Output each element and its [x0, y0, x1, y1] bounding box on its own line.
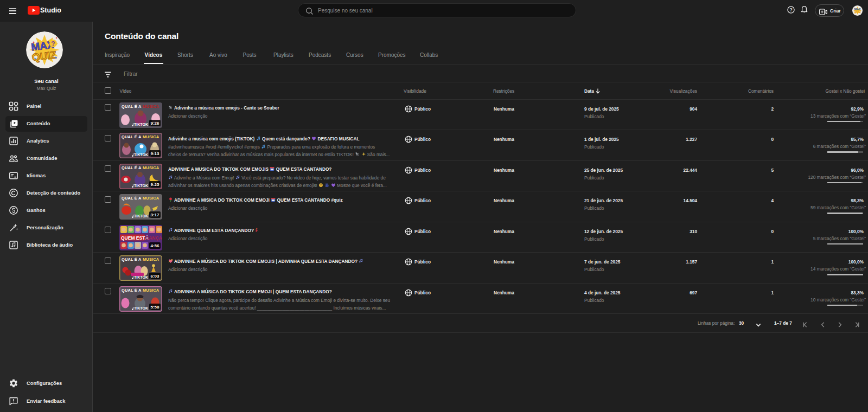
svg-text:4:56: 4:56	[150, 243, 159, 248]
svg-text:9:13: 9:13	[150, 151, 159, 156]
svg-text:MUSICA: MUSICA	[143, 288, 159, 293]
svg-text:QUAL É A: QUAL É A	[122, 257, 142, 262]
svg-text:TIKTOK: TIKTOK	[134, 123, 148, 126]
svg-text:QUIZ: QUIZ	[854, 10, 861, 14]
svg-text:9:26: 9:26	[150, 121, 159, 126]
svg-text:MUSICA: MUSICA	[143, 165, 159, 170]
svg-text:MUSICA: MUSICA	[143, 196, 159, 201]
svg-text:?: ?	[789, 7, 792, 12]
svg-text:?: ?	[51, 40, 55, 48]
svg-text:3:17: 3:17	[150, 213, 159, 217]
svg-text:5:58: 5:58	[150, 305, 159, 310]
svg-text:QUEM ESTÁ: QUEM ESTÁ	[121, 235, 149, 240]
svg-text:QUAL É A: QUAL É A	[122, 196, 142, 201]
svg-text:TIKTOK: TIKTOK	[134, 153, 148, 157]
svg-text:QUAL É A: QUAL É A	[122, 134, 142, 139]
svg-text:6:03: 6:03	[150, 274, 159, 279]
svg-text:9:25: 9:25	[150, 182, 159, 187]
svg-text:QUAL É A: QUAL É A	[122, 165, 142, 170]
svg-text:TIKTOK: TIKTOK	[134, 184, 148, 188]
svg-text:QUAL É A: QUAL É A	[122, 288, 142, 293]
svg-text:MUSICA: MUSICA	[143, 257, 159, 262]
svg-text:MUSICA: MUSICA	[143, 104, 159, 109]
svg-text:QUAL É A: QUAL É A	[122, 104, 142, 109]
svg-text:MUSICA: MUSICA	[143, 134, 159, 139]
svg-text:TIKTOK: TIKTOK	[134, 214, 148, 218]
svg-text:DANÇAN: DANÇAN	[145, 235, 162, 240]
svg-text:TIKTOK: TIKTOK	[134, 306, 148, 310]
svg-text:TIKTOK: TIKTOK	[134, 275, 148, 279]
